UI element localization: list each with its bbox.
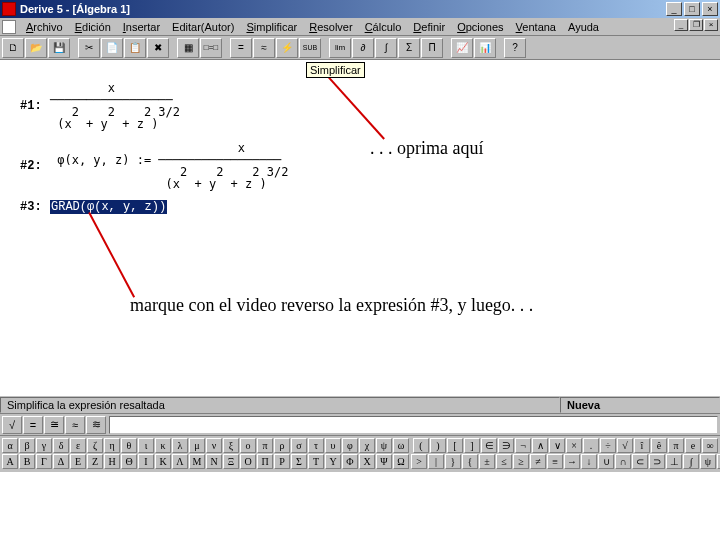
symbol-][interactable]: ] — [464, 438, 480, 453]
sum-button[interactable]: Σ — [398, 38, 420, 58]
author-button[interactable]: ▦ — [177, 38, 199, 58]
symbol-([interactable]: ( — [413, 438, 429, 453]
symbol-ξ[interactable]: ξ — [223, 438, 239, 453]
symbol-¬[interactable]: ¬ — [515, 438, 531, 453]
symbol-→[interactable]: → — [564, 454, 580, 469]
input-approx1-button[interactable]: ≅ — [44, 416, 64, 434]
symbol-ψ[interactable]: ψ — [376, 438, 392, 453]
symbol-ε[interactable]: ε — [70, 438, 86, 453]
input-approx3-button[interactable]: ≋ — [86, 416, 106, 434]
symbol-λ[interactable]: λ — [172, 438, 188, 453]
symbol-Π[interactable]: Π — [257, 454, 273, 469]
menu-ayuda[interactable]: Ayuda — [562, 20, 605, 34]
menu-edicion[interactable]: Edición — [69, 20, 117, 34]
symbol-Η[interactable]: Η — [104, 454, 120, 469]
symbol-∨[interactable]: ∨ — [549, 438, 565, 453]
symbol-κ[interactable]: κ — [155, 438, 171, 453]
help-button[interactable]: ? — [504, 38, 526, 58]
symbol-ι[interactable]: ι — [138, 438, 154, 453]
symbol-Ε[interactable]: Ε — [70, 454, 86, 469]
input-approx2-button[interactable]: ≈ — [65, 416, 85, 434]
minimize-button[interactable]: _ — [666, 2, 682, 16]
symbol-Ξ[interactable]: Ξ — [223, 454, 239, 469]
prod-button[interactable]: Π — [421, 38, 443, 58]
symbol-θ[interactable]: θ — [121, 438, 137, 453]
equation-button[interactable]: □=□ — [200, 38, 222, 58]
symbol-≤[interactable]: ≤ — [496, 454, 512, 469]
symbol-Ο[interactable]: Ο — [240, 454, 256, 469]
symbol-⊥[interactable]: ⊥ — [666, 454, 682, 469]
delete-button[interactable]: ✖ — [147, 38, 169, 58]
expression-2[interactable]: #2: x φ(x, y, z) := ───────────────── 2 … — [20, 142, 288, 190]
var-button[interactable]: ⚡ — [276, 38, 298, 58]
symbol-⊃[interactable]: ⊃ — [649, 454, 665, 469]
symbol-∧[interactable]: ∧ — [532, 438, 548, 453]
symbol-Ω[interactable]: Ω — [393, 454, 409, 469]
symbol-↓[interactable]: ↓ — [581, 454, 597, 469]
symbol-Ν[interactable]: Ν — [206, 454, 222, 469]
symbol-ψ[interactable]: ψ — [700, 454, 716, 469]
close-button[interactable]: × — [702, 2, 718, 16]
symbol-τ[interactable]: τ — [308, 438, 324, 453]
symbol-Ρ[interactable]: Ρ — [274, 454, 290, 469]
symbol-Λ[interactable]: Λ — [172, 454, 188, 469]
symbol-î[interactable]: î — [634, 438, 650, 453]
symbol-φ[interactable]: φ — [342, 438, 358, 453]
menu-calculo[interactable]: Cálculo — [359, 20, 408, 34]
symbol-γ[interactable]: γ — [36, 438, 52, 453]
symbol-.[interactable]: . — [583, 438, 599, 453]
symbol-Β[interactable]: Β — [19, 454, 35, 469]
symbol-σ[interactable]: σ — [291, 438, 307, 453]
menu-resolver[interactable]: Resolver — [303, 20, 358, 34]
symbol-[[interactable]: [ — [447, 438, 463, 453]
symbol-ν[interactable]: ν — [206, 438, 222, 453]
symbol-Σ[interactable]: Σ — [291, 454, 307, 469]
new-button[interactable]: 🗋 — [2, 38, 24, 58]
expression-input[interactable] — [109, 416, 718, 434]
symbol-Υ[interactable]: Υ — [325, 454, 341, 469]
symbol-∫[interactable]: ∫ — [683, 454, 699, 469]
symbol-)[interactable]: ) — [430, 438, 446, 453]
lim-button[interactable]: lim — [329, 38, 351, 58]
symbol-χ[interactable]: χ — [359, 438, 375, 453]
menu-simplificar[interactable]: Simplificar — [240, 20, 303, 34]
symbol-|[interactable]: | — [428, 454, 444, 469]
symbol-×[interactable]: × — [566, 438, 582, 453]
plot3d-button[interactable]: 📊 — [474, 38, 496, 58]
input-sqrt-button[interactable]: √ — [2, 416, 22, 434]
cut-button[interactable]: ✂ — [78, 38, 100, 58]
open-button[interactable]: 📂 — [25, 38, 47, 58]
symbol-α[interactable]: α — [2, 438, 18, 453]
simplify-button[interactable]: = — [230, 38, 252, 58]
symbol-ω[interactable]: ω — [393, 438, 409, 453]
symbol-}[interactable]: } — [445, 454, 461, 469]
symbol-Κ[interactable]: Κ — [155, 454, 171, 469]
symbol-e[interactable]: e — [685, 438, 701, 453]
menu-ventana[interactable]: Ventana — [510, 20, 562, 34]
symbol-∩[interactable]: ∩ — [615, 454, 631, 469]
expression-3[interactable]: #3: GRAD(φ(x, y, z)) — [20, 200, 167, 214]
sub-button[interactable]: SUB — [299, 38, 321, 58]
maximize-button[interactable]: □ — [684, 2, 700, 16]
symbol-υ[interactable]: υ — [325, 438, 341, 453]
algebra-workspace[interactable]: Simplificar #1: x ───────────────── 2 2 … — [0, 60, 720, 395]
symbol-Δ[interactable]: Δ — [53, 454, 69, 469]
symbol-ρ[interactable]: ρ — [274, 438, 290, 453]
int-button[interactable]: ∫ — [375, 38, 397, 58]
symbol-ο[interactable]: ο — [240, 438, 256, 453]
symbol-≡[interactable]: ≡ — [547, 454, 563, 469]
symbol-±[interactable]: ± — [479, 454, 495, 469]
paste-button[interactable]: 📋 — [124, 38, 146, 58]
save-button[interactable]: 💾 — [48, 38, 70, 58]
symbol-Α[interactable]: Α — [2, 454, 18, 469]
symbol-≥[interactable]: ≥ — [513, 454, 529, 469]
symbol-÷[interactable]: ÷ — [600, 438, 616, 453]
plot2d-button[interactable]: 📈 — [451, 38, 473, 58]
symbol-{[interactable]: { — [462, 454, 478, 469]
mdi-restore[interactable]: ❐ — [689, 19, 703, 31]
symbol-η[interactable]: η — [104, 438, 120, 453]
symbol-π[interactable]: π — [668, 438, 684, 453]
symbol-Φ[interactable]: Φ — [342, 454, 358, 469]
diff-button[interactable]: ∂ — [352, 38, 374, 58]
symbol-Ψ[interactable]: Ψ — [376, 454, 392, 469]
